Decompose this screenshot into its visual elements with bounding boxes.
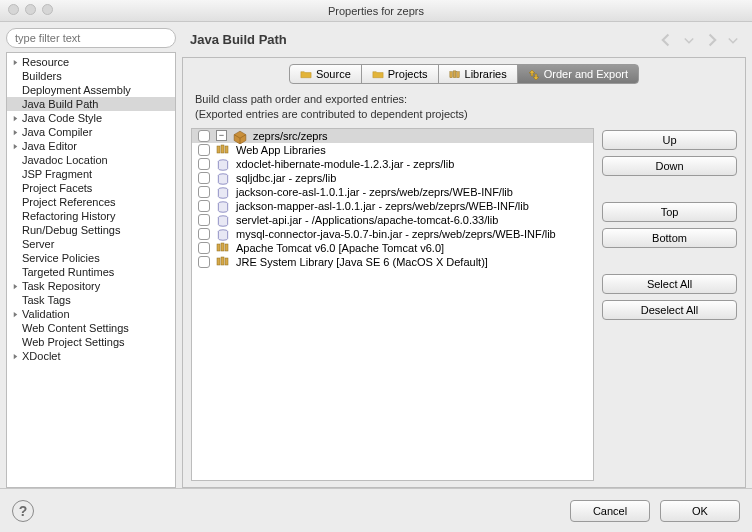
lib-icon	[216, 144, 230, 156]
export-checkbox[interactable]	[198, 172, 210, 184]
disclosure-spacer	[11, 156, 20, 165]
lib-icon	[449, 69, 461, 79]
tab-order-and-export[interactable]: Order and Export	[517, 64, 639, 84]
classpath-entry[interactable]: sqljdbc.jar - zeprs/lib	[192, 171, 593, 185]
jar-icon	[216, 158, 230, 170]
sidebar-item-web-project-settings[interactable]: Web Project Settings	[7, 335, 175, 349]
sidebar-item-run-debug-settings[interactable]: Run/Debug Settings	[7, 223, 175, 237]
svg-rect-16	[221, 257, 224, 265]
classpath-list[interactable]: −zeprs/src/zeprsWeb App Librariesxdoclet…	[191, 128, 594, 481]
sidebar-item-service-policies[interactable]: Service Policies	[7, 251, 175, 265]
classpath-entry[interactable]: JRE System Library [Java SE 6 (MacOS X D…	[192, 255, 593, 269]
disclosure-triangle-icon[interactable]	[11, 58, 20, 67]
export-checkbox[interactable]	[198, 130, 210, 142]
export-checkbox[interactable]	[198, 242, 210, 254]
disclosure-triangle-icon[interactable]	[11, 142, 20, 151]
help-icon[interactable]: ?	[12, 500, 34, 522]
sidebar-item-task-repository[interactable]: Task Repository	[7, 279, 175, 293]
category-tree[interactable]: ResourceBuildersDeployment AssemblyJava …	[6, 52, 176, 488]
pkg-icon	[233, 130, 247, 142]
sidebar-item-javadoc-location[interactable]: Javadoc Location	[7, 153, 175, 167]
export-checkbox[interactable]	[198, 200, 210, 212]
disclosure-spacer	[11, 184, 20, 193]
disclosure-triangle-icon[interactable]	[11, 310, 20, 319]
classpath-entry[interactable]: Web App Libraries	[192, 143, 593, 157]
up-button[interactable]: Up	[602, 130, 737, 150]
nav-dropdown-icon[interactable]	[680, 33, 698, 47]
sidebar-item-xdoclet[interactable]: XDoclet	[7, 349, 175, 363]
minimize-window-icon[interactable]	[25, 4, 36, 15]
disclosure-spacer	[11, 296, 20, 305]
disclosure-triangle-icon[interactable]	[11, 282, 20, 291]
export-checkbox[interactable]	[198, 144, 210, 156]
export-checkbox[interactable]	[198, 158, 210, 170]
sidebar-item-task-tags[interactable]: Task Tags	[7, 293, 175, 307]
export-checkbox[interactable]	[198, 214, 210, 226]
classpath-entry[interactable]: mysql-connector-java-5.0.7-bin.jar - zep…	[192, 227, 593, 241]
classpath-entry[interactable]: xdoclet-hibernate-module-1.2.3.jar - zep…	[192, 157, 593, 171]
sidebar-item-builders[interactable]: Builders	[7, 69, 175, 83]
sidebar-item-java-build-path[interactable]: Java Build Path	[7, 97, 175, 111]
export-checkbox[interactable]	[198, 228, 210, 240]
disclosure-spacer	[11, 198, 20, 207]
nav-back-icon[interactable]	[658, 33, 676, 47]
window-controls	[8, 4, 53, 15]
export-checkbox[interactable]	[198, 256, 210, 268]
folder-icon	[300, 69, 312, 79]
sidebar-item-label: JSP Fragment	[22, 168, 92, 180]
tab-projects[interactable]: Projects	[361, 64, 439, 84]
sidebar-item-web-content-settings[interactable]: Web Content Settings	[7, 321, 175, 335]
svg-rect-4	[221, 145, 224, 153]
jar-icon	[216, 186, 230, 198]
sidebar-item-label: Javadoc Location	[22, 154, 108, 166]
sidebar-item-resource[interactable]: Resource	[7, 55, 175, 69]
entry-label: xdoclet-hibernate-module-1.2.3.jar - zep…	[236, 158, 454, 170]
collapse-icon[interactable]: −	[216, 130, 227, 141]
disclosure-triangle-icon[interactable]	[11, 128, 20, 137]
sidebar-item-deployment-assembly[interactable]: Deployment Assembly	[7, 83, 175, 97]
classpath-entry[interactable]: jackson-mapper-asl-1.0.1.jar - zeprs/web…	[192, 199, 593, 213]
sidebar-item-refactoring-history[interactable]: Refactoring History	[7, 209, 175, 223]
sidebar-item-java-compiler[interactable]: Java Compiler	[7, 125, 175, 139]
top-button[interactable]: Top	[602, 202, 737, 222]
export-checkbox[interactable]	[198, 186, 210, 198]
disclosure-spacer	[11, 268, 20, 277]
disclosure-triangle-icon[interactable]	[11, 114, 20, 123]
entry-label: mysql-connector-java-5.0.7-bin.jar - zep…	[236, 228, 556, 240]
sidebar-item-validation[interactable]: Validation	[7, 307, 175, 321]
description: Build class path order and exported entr…	[183, 88, 745, 128]
classpath-entry[interactable]: −zeprs/src/zeprs	[192, 129, 593, 143]
sidebar-item-targeted-runtimes[interactable]: Targeted Runtimes	[7, 265, 175, 279]
disclosure-triangle-icon[interactable]	[11, 352, 20, 361]
nav-dropdown-icon[interactable]	[724, 33, 742, 47]
sidebar-item-java-editor[interactable]: Java Editor	[7, 139, 175, 153]
updown-icon	[528, 69, 540, 79]
sidebar-item-label: Java Editor	[22, 140, 77, 152]
down-button[interactable]: Down	[602, 156, 737, 176]
bottom-button[interactable]: Bottom	[602, 228, 737, 248]
tab-libraries[interactable]: Libraries	[438, 64, 518, 84]
tab-label: Projects	[388, 68, 428, 80]
classpath-entry[interactable]: Apache Tomcat v6.0 [Apache Tomcat v6.0]	[192, 241, 593, 255]
sidebar-item-project-facets[interactable]: Project Facets	[7, 181, 175, 195]
ok-button[interactable]: OK	[660, 500, 740, 522]
svg-rect-0	[449, 72, 452, 78]
nav-forward-icon[interactable]	[702, 33, 720, 47]
sidebar-item-server[interactable]: Server	[7, 237, 175, 251]
close-window-icon[interactable]	[8, 4, 19, 15]
classpath-entry[interactable]: jackson-core-asl-1.0.1.jar - zeprs/web/z…	[192, 185, 593, 199]
sidebar-item-jsp-fragment[interactable]: JSP Fragment	[7, 167, 175, 181]
tab-source[interactable]: Source	[289, 64, 362, 84]
zoom-window-icon[interactable]	[42, 4, 53, 15]
filter-input[interactable]	[6, 28, 176, 48]
select-all-button[interactable]: Select All	[602, 274, 737, 294]
svg-rect-14	[225, 244, 228, 251]
sidebar-item-java-code-style[interactable]: Java Code Style	[7, 111, 175, 125]
cancel-button[interactable]: Cancel	[570, 500, 650, 522]
entry-label: sqljdbc.jar - zeprs/lib	[236, 172, 336, 184]
svg-rect-5	[225, 146, 228, 153]
deselect-all-button[interactable]: Deselect All	[602, 300, 737, 320]
sidebar-item-label: Builders	[22, 70, 62, 82]
sidebar-item-project-references[interactable]: Project References	[7, 195, 175, 209]
classpath-entry[interactable]: servlet-api.jar - /Applications/apache-t…	[192, 213, 593, 227]
